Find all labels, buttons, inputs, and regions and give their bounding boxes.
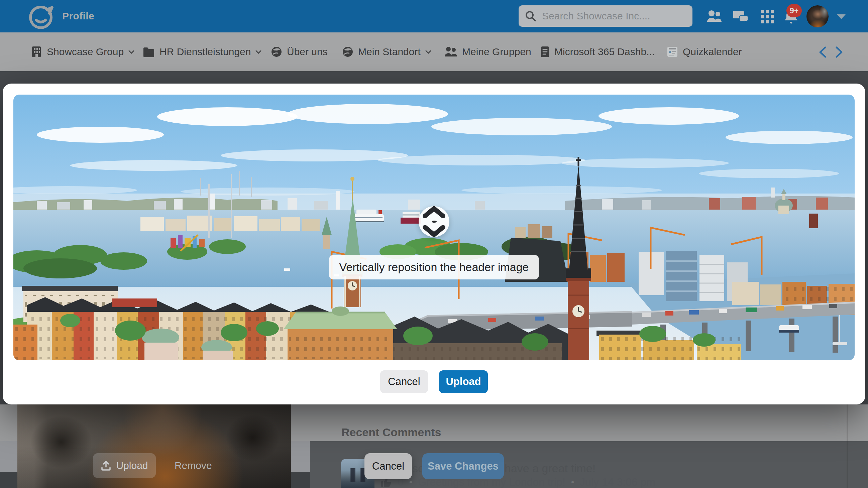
chevron-down-icon: [255, 50, 261, 54]
nav-item-meine-gruppen[interactable]: Meine Gruppen: [444, 32, 531, 71]
chevron-left-icon[interactable]: [818, 46, 827, 58]
header-image[interactable]: Vertically reposition the header image: [13, 95, 855, 360]
photo-upload-button[interactable]: Upload: [93, 453, 156, 478]
chevron-down-icon: [425, 50, 431, 54]
upload-button[interactable]: Upload: [439, 370, 488, 393]
chat-icon[interactable]: [733, 10, 749, 22]
nav-item-label: HR Dienstleistungen: [159, 46, 251, 58]
nav-item-label: Quizkalender: [683, 46, 742, 58]
top-bar: Profile: [0, 0, 868, 32]
search-icon: [525, 10, 537, 22]
search-input[interactable]: [541, 10, 686, 22]
separator: •: [409, 477, 412, 487]
reposition-modal: Vertically reposition the header image C…: [3, 84, 865, 404]
save-changes-button[interactable]: Save Changes: [422, 453, 504, 479]
page-title: Profile: [62, 10, 94, 22]
comment-timestamp: July 14 3:06 pm: [580, 476, 655, 488]
building-icon: [31, 46, 42, 58]
globe-icon: [271, 46, 282, 58]
nav-item-quizkalender[interactable]: Quizkalender: [667, 32, 742, 71]
nav-item-label: Showcase Group: [47, 46, 124, 58]
nav-item-ueber-uns[interactable]: Über uns: [271, 32, 328, 71]
globe-icon: [342, 46, 353, 58]
reposition-handle[interactable]: [418, 206, 450, 237]
people-icon[interactable]: [706, 10, 722, 22]
notification-badge: 9+: [786, 4, 802, 18]
upload-icon: [101, 460, 111, 471]
page-thumbnail-icon: [667, 46, 678, 58]
nav-item-microsoft-365-dashboard[interactable]: Microsoft 365 Dashb...: [540, 32, 655, 71]
caret-down-icon[interactable]: [837, 14, 846, 20]
search-bar[interactable]: [519, 5, 692, 27]
cancel-button[interactable]: Cancel: [380, 370, 428, 393]
recent-comments-heading: Recent Comments: [341, 426, 441, 439]
chevron-down-icon: [128, 50, 134, 54]
nav-item-mein-standort[interactable]: Mein Standort: [342, 32, 431, 71]
photo-upload-label: Upload: [116, 460, 148, 471]
chevron-down-icon: [418, 225, 450, 237]
photo-remove-button[interactable]: Remove: [175, 460, 212, 471]
scrollbar-track[interactable]: [846, 404, 847, 488]
handle-dot: [432, 221, 437, 223]
chevron-up-icon: [418, 206, 450, 218]
nav-bar: Showcase Group HR Dienstleistungen Über …: [0, 32, 868, 71]
modal-actions: Cancel Upload: [3, 370, 865, 393]
people-icon: [444, 46, 457, 57]
nav-item-label: Über uns: [287, 46, 328, 58]
edit-header-cancel-button[interactable]: Cancel: [365, 453, 412, 479]
separator: •: [571, 477, 574, 487]
coyo-logo[interactable]: [27, 3, 54, 30]
chevron-right-icon[interactable]: [835, 46, 844, 58]
nav-item-label: Microsoft 365 Dashb...: [554, 46, 655, 58]
comment-meta-row: 0 • Greetings from my London trip! • Jul…: [380, 476, 655, 488]
profile-photo: Upload Remove: [18, 404, 291, 488]
apps-grid-icon[interactable]: [760, 10, 774, 24]
avatar[interactable]: [806, 5, 829, 27]
reposition-tooltip: Vertically reposition the header image: [329, 255, 539, 280]
nav-item-hr-dienstleistungen[interactable]: HR Dienstleistungen: [143, 32, 261, 71]
folder-icon: [143, 46, 155, 57]
nav-item-label: Meine Gruppen: [462, 46, 531, 58]
app-window: Profile: [0, 0, 868, 488]
document-icon: [540, 46, 550, 58]
nav-item-label: Mein Standort: [358, 46, 421, 58]
nav-item-showcase-group[interactable]: Showcase Group: [31, 32, 134, 71]
